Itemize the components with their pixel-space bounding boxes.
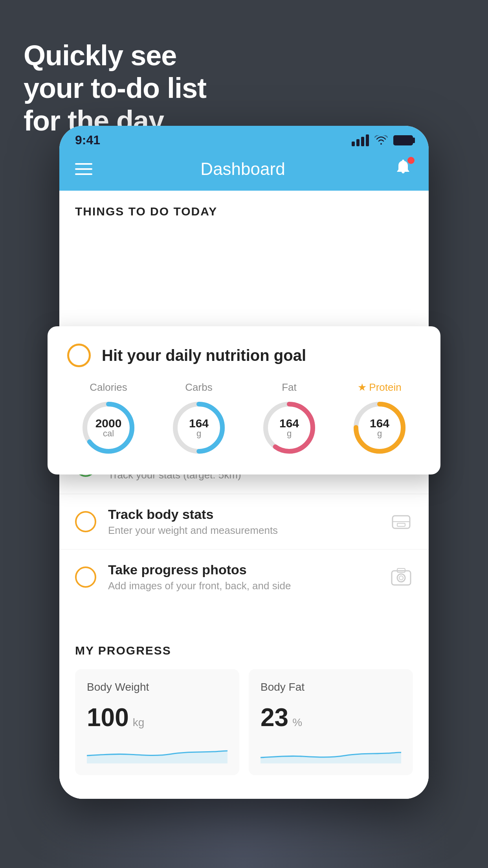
- notification-badge: [407, 157, 415, 164]
- todo-check-photos[interactable]: [75, 566, 96, 588]
- carbs-donut: 164 g: [169, 398, 228, 457]
- todo-name-photos: Take progress photos: [108, 562, 378, 577]
- photo-icon: [389, 565, 413, 589]
- body-fat-value: 23 %: [261, 703, 401, 732]
- header-title: Dashboard: [200, 159, 285, 179]
- hero-text: Quickly see your to-do list for the day.: [24, 39, 206, 137]
- signal-bar-1: [352, 142, 355, 146]
- body-weight-number: 100: [87, 703, 129, 732]
- nutrition-item-calories: Calories 2000 cal: [79, 381, 138, 457]
- weight-chart: [87, 740, 227, 763]
- scale-icon: [389, 510, 413, 533]
- todo-item-photos[interactable]: Take progress photos Add images of your …: [59, 549, 429, 605]
- progress-section: MY PROGRESS Body Weight 100 kg: [59, 628, 429, 799]
- carbs-value: 164 g: [189, 417, 209, 439]
- svg-rect-7: [392, 571, 411, 585]
- progress-card-fat: Body Fat 23 %: [249, 669, 413, 775]
- wifi-icon: [374, 135, 388, 145]
- things-to-do-title: THINGS TO DO TODAY: [59, 191, 429, 226]
- nutrition-grid: Calories 2000 cal Carbs: [67, 381, 421, 457]
- body-weight-title: Body Weight: [87, 681, 227, 693]
- card-header: Hit your daily nutrition goal: [67, 344, 421, 367]
- hero-line1: Quickly see: [24, 39, 206, 72]
- app-header: Dashboard: [59, 151, 429, 191]
- todo-info-body-stats: Track body stats Enter your weight and m…: [108, 507, 378, 537]
- section-gap: [59, 605, 429, 628]
- body-weight-unit: kg: [133, 716, 145, 729]
- nutrition-card-title: Hit your daily nutrition goal: [102, 347, 306, 364]
- status-time: 9:41: [75, 133, 100, 147]
- nutrition-check-circle[interactable]: [67, 344, 91, 367]
- nutrition-item-fat: Fat 164 g: [260, 381, 319, 457]
- calories-donut: 2000 cal: [79, 398, 138, 457]
- protein-label: ★ Protein: [358, 381, 401, 394]
- progress-card-weight: Body Weight 100 kg: [75, 669, 239, 775]
- protein-donut: 164 g: [350, 398, 409, 457]
- notifications-button[interactable]: [393, 158, 413, 180]
- status-bar: 9:41: [59, 126, 429, 151]
- signal-icon: [352, 134, 369, 146]
- body-fat-number: 23: [261, 703, 288, 732]
- svg-point-8: [397, 574, 405, 582]
- svg-point-9: [399, 576, 403, 580]
- todo-sub-body-stats: Enter your weight and measurements: [108, 524, 378, 537]
- todo-item-body-stats[interactable]: Track body stats Enter your weight and m…: [59, 494, 429, 549]
- todo-info-photos: Take progress photos Add images of your …: [108, 562, 378, 592]
- fat-value: 164 g: [279, 417, 299, 439]
- status-icons: [352, 134, 413, 146]
- carbs-label: Carbs: [185, 381, 212, 394]
- progress-title: MY PROGRESS: [75, 644, 413, 657]
- menu-button[interactable]: [75, 163, 92, 175]
- fat-donut: 164 g: [260, 398, 319, 457]
- calories-label: Calories: [90, 381, 127, 394]
- nutrition-card: Hit your daily nutrition goal Calories 2…: [48, 326, 440, 474]
- body-fat-title: Body Fat: [261, 681, 401, 693]
- svg-rect-6: [397, 523, 405, 526]
- progress-grid: Body Weight 100 kg Body Fat: [75, 669, 413, 775]
- fat-label: Fat: [282, 381, 297, 394]
- content-area: THINGS TO DO TODAY Running Track your st…: [59, 191, 429, 799]
- star-icon: ★: [358, 381, 367, 394]
- todo-sub-photos: Add images of your front, back, and side: [108, 580, 378, 592]
- signal-bar-4: [366, 134, 369, 146]
- battery-icon: [393, 135, 413, 145]
- calories-value: 2000 cal: [95, 417, 122, 439]
- nutrition-item-carbs: Carbs 164 g: [169, 381, 228, 457]
- body-fat-unit: %: [292, 716, 302, 729]
- todo-name-body-stats: Track body stats: [108, 507, 378, 522]
- todo-check-body-stats[interactable]: [75, 511, 96, 532]
- hero-line2: your to-do list: [24, 72, 206, 105]
- nutrition-item-protein: ★ Protein 164 g: [350, 381, 409, 457]
- body-weight-value: 100 kg: [87, 703, 227, 732]
- protein-value: 164 g: [370, 417, 389, 439]
- signal-bar-3: [361, 137, 364, 146]
- signal-bar-2: [356, 139, 360, 146]
- fat-chart: [261, 740, 401, 763]
